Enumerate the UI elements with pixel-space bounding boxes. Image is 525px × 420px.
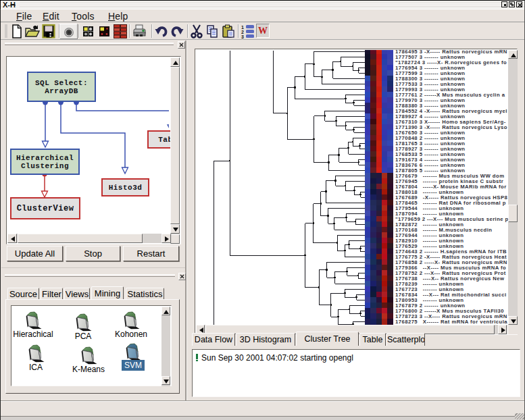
svg-text:3: 3	[241, 34, 244, 39]
svg-text:1: 1	[241, 25, 244, 30]
svg-text:2: 2	[241, 30, 244, 34]
